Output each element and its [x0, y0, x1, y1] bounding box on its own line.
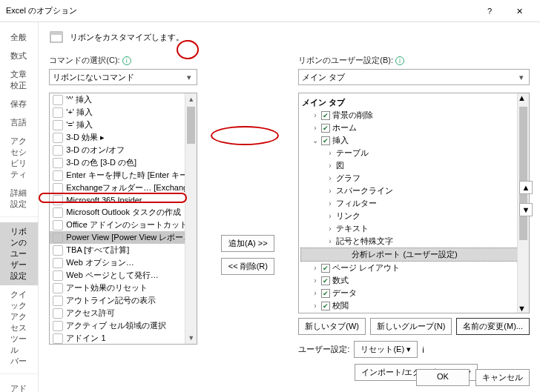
- info-icon[interactable]: i: [122, 56, 131, 65]
- scroll-down[interactable]: ▼: [518, 304, 529, 313]
- new-tab-button[interactable]: 新しいタブ(W): [298, 318, 366, 335]
- tree-node[interactable]: ›フィルター: [300, 197, 527, 210]
- expand-icon[interactable]: ›: [311, 124, 319, 132]
- expand-icon[interactable]: ›: [326, 212, 334, 220]
- info-icon[interactable]: i: [422, 345, 424, 354]
- cat-accessibility[interactable]: アクセシビリティ: [0, 132, 38, 184]
- command-item[interactable]: '^' 挿入: [50, 93, 197, 106]
- expand-icon[interactable]: ›: [326, 149, 334, 157]
- expand-icon[interactable]: ⌄: [311, 136, 319, 144]
- expand-icon[interactable]: ›: [311, 264, 319, 272]
- tree-node[interactable]: ›校閲: [300, 299, 527, 312]
- checkbox[interactable]: [321, 276, 330, 285]
- checkbox[interactable]: [321, 289, 330, 298]
- move-up-button[interactable]: ▲: [519, 181, 533, 194]
- command-label: 3-D 効果 ▸: [66, 132, 105, 143]
- tree-node[interactable]: ›テーブル: [300, 147, 527, 159]
- scroll-up[interactable]: ▲: [185, 93, 197, 105]
- help-button[interactable]: ?: [475, 3, 504, 19]
- command-icon: [53, 170, 63, 181]
- cat-proofing[interactable]: 文章校正: [0, 65, 38, 95]
- expand-icon[interactable]: ›: [326, 199, 334, 207]
- tree-node[interactable]: ›背景の削除: [300, 109, 527, 122]
- reset-button[interactable]: リセット(E) ▾: [354, 341, 418, 358]
- ok-button[interactable]: OK: [416, 369, 470, 386]
- checkbox[interactable]: [321, 124, 330, 133]
- command-item[interactable]: 3-D 効果 ▸: [50, 131, 197, 144]
- cat-qat[interactable]: クイック アクセス ツール バー: [0, 285, 38, 371]
- command-item[interactable]: Enter キーを押した時 [Enter キーを…: [50, 169, 197, 182]
- command-item[interactable]: 3-D のオン/オフ: [50, 144, 197, 156]
- checkbox[interactable]: [321, 136, 330, 145]
- expand-icon[interactable]: ›: [326, 174, 334, 182]
- tree-node[interactable]: ›数式: [300, 274, 527, 287]
- expand-icon[interactable]: ›: [326, 162, 334, 170]
- expand-icon[interactable]: ›: [311, 302, 319, 310]
- info-icon[interactable]: i: [395, 56, 404, 65]
- tree-node[interactable]: ›データ: [300, 287, 527, 299]
- tree-node[interactable]: ›ホーム: [300, 122, 527, 134]
- expand-icon[interactable]: ›: [311, 289, 319, 297]
- cat-language[interactable]: 言語: [0, 113, 38, 132]
- command-label: Office アドインのショートカットの環境…: [66, 219, 197, 230]
- expand-icon[interactable]: ›: [326, 225, 334, 233]
- cat-general[interactable]: 全般: [0, 28, 38, 47]
- tree-node[interactable]: ›記号と特殊文字: [300, 235, 527, 248]
- cat-advanced[interactable]: 詳細設定: [0, 184, 38, 213]
- command-item[interactable]: Web オプション…: [50, 256, 197, 269]
- command-item[interactable]: アドイン 1: [50, 332, 197, 345]
- checkbox[interactable]: [321, 264, 330, 273]
- expand-icon[interactable]: ›: [326, 237, 334, 245]
- tree-node[interactable]: ›グラフ: [300, 172, 527, 185]
- command-item[interactable]: アウトライン記号の表示: [50, 294, 197, 307]
- expand-icon[interactable]: ›: [311, 111, 319, 119]
- remove-button[interactable]: << 削除(R): [221, 258, 274, 275]
- scrollbar[interactable]: ▲ ▼: [185, 93, 197, 344]
- checkbox[interactable]: [321, 302, 330, 310]
- close-button[interactable]: ✕: [504, 3, 534, 19]
- tree-node[interactable]: 分析レポート (ユーザー設定): [300, 248, 527, 262]
- cat-addins[interactable]: アドイン: [0, 379, 38, 392]
- commands-listbox[interactable]: '^' 挿入'+' 挿入'=' 挿入3-D 効果 ▸3-D のオン/オフ3-D …: [49, 93, 197, 345]
- tree-node[interactable]: ›図: [300, 159, 527, 172]
- command-item[interactable]: '+' 挿入: [50, 106, 197, 119]
- cancel-button[interactable]: キャンセル: [475, 369, 530, 386]
- cat-formulas[interactable]: 数式: [0, 47, 38, 65]
- choose-commands-combo[interactable]: リボンにないコマンド ▾: [49, 69, 197, 85]
- command-item[interactable]: Office アドインのショートカットの環境…: [50, 219, 197, 231]
- tree-node[interactable]: ⌄挿入: [300, 134, 527, 147]
- combo-value: リボンにないコマンド: [53, 72, 134, 83]
- tree-node[interactable]: ›リンク: [300, 210, 527, 222]
- rename-button[interactable]: 名前の変更(M)...: [456, 318, 530, 335]
- command-item[interactable]: Web ページとして発行…: [50, 269, 197, 282]
- command-item[interactable]: アート効果のリセット: [50, 282, 197, 294]
- scroll-up[interactable]: ▲: [518, 93, 529, 102]
- tree-node[interactable]: ›表示: [300, 312, 527, 313]
- expand-icon[interactable]: ›: [326, 187, 334, 195]
- command-item[interactable]: Microsoft 365 Insider: [50, 194, 197, 206]
- command-item[interactable]: '=' 挿入: [50, 119, 197, 131]
- scroll-thumb[interactable]: [519, 107, 527, 240]
- new-group-button[interactable]: 新しいグループ(N): [370, 318, 452, 335]
- customize-ribbon-combo[interactable]: メイン タブ ▾: [298, 69, 530, 85]
- scroll-thumb[interactable]: [187, 107, 195, 144]
- scroll-down[interactable]: ▼: [185, 332, 197, 344]
- command-item[interactable]: アクセス許可: [50, 307, 197, 319]
- ribbon-tree[interactable]: メイン タブ ›背景の削除›ホーム⌄挿入›テーブル›図›グラフ›スパークライン›…: [298, 93, 530, 313]
- tree-node[interactable]: ›スパークライン: [300, 185, 527, 197]
- tree-node[interactable]: ›テキスト: [300, 222, 527, 235]
- command-item[interactable]: 3-D の色 [3-D の色]: [50, 156, 197, 169]
- checkbox[interactable]: [321, 111, 330, 120]
- expand-icon[interactable]: ›: [311, 276, 319, 285]
- command-item[interactable]: Exchangeフォルダー… [Exchange…: [50, 182, 197, 194]
- cat-customize-ribbon[interactable]: リボンのユーザー設定: [0, 222, 38, 285]
- command-item[interactable]: アクティブ セル領域の選択: [50, 319, 197, 332]
- move-down-button[interactable]: ▼: [519, 203, 533, 216]
- command-item[interactable]: Microsoft Outlook タスクの作成: [50, 206, 197, 219]
- command-item[interactable]: TBA [すべて計算]: [50, 244, 197, 256]
- command-item[interactable]: Power View [Power View レポー…: [50, 231, 197, 244]
- node-label: ホーム: [332, 122, 357, 133]
- tree-node[interactable]: ›ページ レイアウト: [300, 262, 527, 274]
- add-button[interactable]: 追加(A) >>: [221, 235, 274, 252]
- cat-save[interactable]: 保存: [0, 95, 38, 113]
